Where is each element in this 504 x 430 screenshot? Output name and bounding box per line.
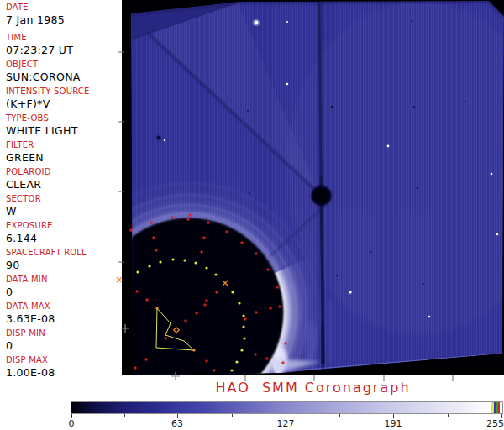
field-label: DATE [6, 3, 65, 13]
field-value: GREEN [6, 151, 44, 164]
field-label: SPACECRAFT ROLL [6, 248, 87, 258]
field-label: EXPOSURE [6, 221, 53, 231]
field-label: DATA MAX [6, 302, 55, 312]
coronagraph-image-canvas [122, 0, 504, 375]
field-label: OBJECT [6, 60, 81, 70]
colorbar-tick-label: 255 [486, 418, 504, 429]
field-label: DISP MAX [6, 355, 55, 365]
metadata-field: FILTERGREEN [6, 140, 44, 164]
field-value: WHITE LIGHT [6, 124, 78, 137]
field-label: INTENSITY SOURCE [6, 87, 90, 97]
image-title: HAO SMM Coronagraph [122, 380, 504, 396]
field-value: 07:23:27 UT [6, 44, 73, 56]
colorbar-end-stripe [498, 402, 500, 413]
colorbar-tick-label: 127 [277, 418, 295, 429]
field-value: 0 [6, 286, 48, 298]
field-label: DATA MIN [6, 275, 48, 285]
field-value: 0 [6, 339, 45, 352]
field-label: SECTOR [6, 194, 41, 204]
field-label: TIME [6, 33, 73, 43]
field-value: W [6, 205, 41, 218]
metadata-field: DISP MIN0 [6, 328, 45, 352]
pylon-ball [312, 186, 332, 206]
metadata-field: EXPOSURE6.144 [6, 221, 53, 244]
colorbar-minor-tick [339, 414, 340, 417]
field-value: CLEAR [6, 178, 51, 191]
field-value: 7 Jan 1985 [6, 13, 65, 26]
field-value: 3.63E-08 [6, 312, 55, 325]
metadata-field: DATA MAX3.63E-08 [6, 302, 55, 325]
metadata-field: DISP MAX1.00E-08 [6, 355, 55, 379]
metadata-field: TYPE-OBSWHITE LIGHT [6, 113, 78, 137]
coronagraph-image [122, 0, 504, 375]
field-value: 1.00E-08 [6, 366, 55, 379]
field-value: 6.144 [6, 232, 53, 244]
field-label: DISP MIN [6, 328, 45, 338]
intensity-colorbar [71, 401, 503, 414]
colorbar-tick-label: 191 [385, 418, 402, 429]
field-label: POLAROID [6, 167, 51, 177]
colorbar-tick-label: 0 [69, 418, 75, 429]
metadata-field: SPACECRAFT ROLL90 [6, 248, 87, 271]
metadata-field: DATA MIN0 [6, 275, 48, 298]
metadata-field: POLAROIDCLEAR [6, 167, 51, 191]
field-value: 90 [6, 259, 87, 271]
metadata-field: SECTORW [6, 194, 41, 218]
metadata-field: DATE7 Jan 1985 [6, 3, 65, 26]
field-label: TYPE-OBS [6, 113, 78, 123]
colorbar-tick-label: 63 [171, 418, 183, 429]
colorbar-minor-tick [232, 414, 233, 417]
metadata-field: TIME07:23:27 UT [6, 33, 73, 56]
metadata-field: OBJECTSUN:CORONA [6, 60, 81, 83]
field-label: FILTER [6, 140, 44, 150]
metadata-sidebar: DATE7 Jan 1985TIME07:23:27 UTOBJECTSUN:C… [0, 0, 122, 375]
field-value: (K+F)*V [6, 97, 90, 110]
app-window: DATE7 Jan 1985TIME07:23:27 UTOBJECTSUN:C… [0, 0, 504, 430]
field-value: SUN:CORONA [6, 71, 81, 83]
colorbar-minor-tick [448, 414, 449, 417]
colorbar-minor-tick [124, 414, 125, 417]
metadata-field: INTENSITY SOURCE(K+F)*V [6, 87, 90, 110]
